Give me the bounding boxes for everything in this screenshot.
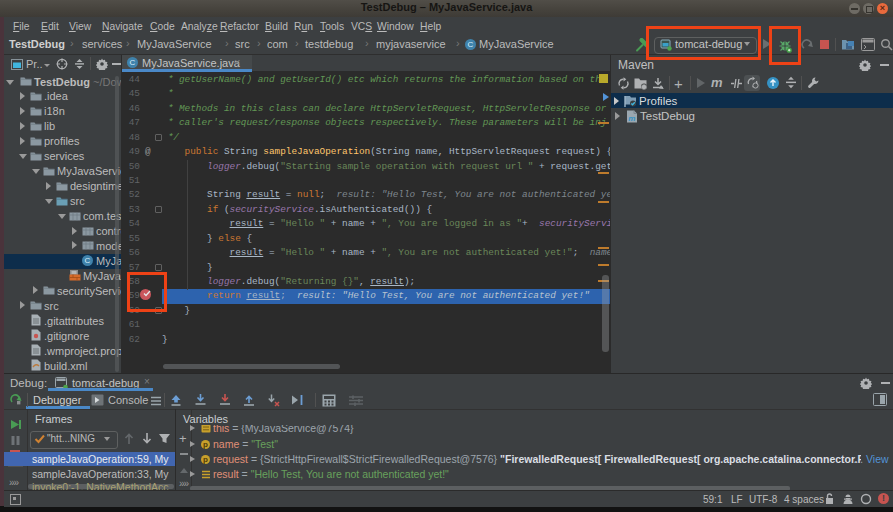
svg-text:m: m — [628, 114, 635, 123]
